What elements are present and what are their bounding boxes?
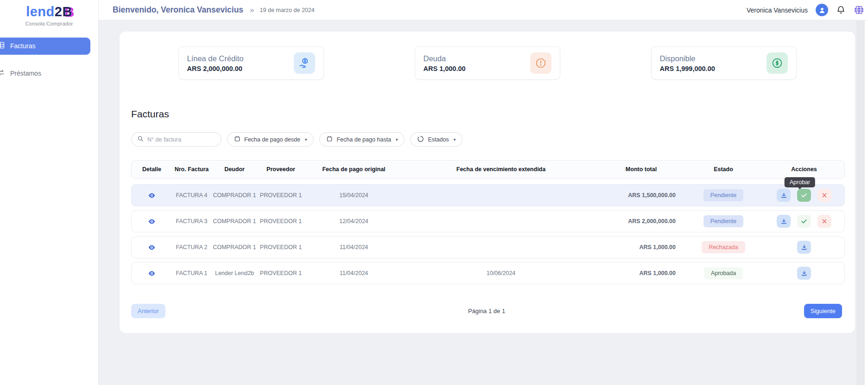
view-detail-button[interactable] xyxy=(148,218,156,225)
cell-monto: ARS 1,000.00 xyxy=(598,270,684,276)
stat-card-linea-credito: Línea de Crédito ARS 2,000,000.00 xyxy=(178,46,324,80)
cell-proveedor: PROVEEDOR 1 xyxy=(258,218,304,225)
cell-monto: ARS 1,500,000.00 xyxy=(598,192,684,199)
table-row-factura-1[interactable]: FACTURA 1 Lender Lend2b PROVEEDOR 1 11/0… xyxy=(131,262,845,284)
table-row-factura-2[interactable]: FACTURA 2 COMPRADOR 1 PROVEEDOR 1 11/04/… xyxy=(131,236,845,258)
cell-nro-factura: FACTURA 3 xyxy=(172,218,211,225)
download-button[interactable] xyxy=(797,241,811,254)
column-header: Nro. Factura xyxy=(172,166,211,173)
reject-button[interactable] xyxy=(817,189,831,202)
stat-value: ARS 1,000.00 xyxy=(424,65,466,72)
eye-icon xyxy=(148,218,156,225)
approve-button[interactable] xyxy=(797,189,811,202)
logo: lend2B Consola Comprador xyxy=(0,0,98,26)
download-button[interactable] xyxy=(777,215,791,228)
stat-label: Deuda xyxy=(424,54,466,63)
header-right: Veronica Vansevicius xyxy=(747,4,864,16)
check-icon xyxy=(801,218,807,225)
sidebar-nav: Facturas Préstamos xyxy=(0,38,98,82)
stat-value: ARS 2,000,000.00 xyxy=(187,65,244,72)
cell-fecha-ext: 10/06/2024 xyxy=(404,270,598,276)
filter-label: Fecha de pago desde xyxy=(244,136,300,143)
language-globe-icon[interactable] xyxy=(854,5,864,15)
stat-label: Disponible xyxy=(660,54,715,63)
x-icon xyxy=(822,218,827,224)
brand-logo: lend2B xyxy=(0,5,98,19)
stat-card-deuda: Deuda ARS 1,000.00 xyxy=(415,46,560,80)
column-header: Estado xyxy=(684,166,763,173)
filter-fecha-hasta-button[interactable]: Fecha de pago hasta ▾ xyxy=(319,132,405,147)
download-button[interactable] xyxy=(797,267,811,280)
table-row-factura-3[interactable]: FACTURA 3 COMPRADOR 1 PROVEEDOR 1 12/04/… xyxy=(131,210,845,232)
column-header: Acciones xyxy=(763,166,845,173)
stat-value: ARS 1,999,000.00 xyxy=(660,65,715,72)
download-button[interactable] xyxy=(777,189,791,202)
top-header: Bienvenido, Veronica Vansevicius » 19 de… xyxy=(99,0,868,20)
section-title: Facturas xyxy=(131,109,169,120)
person-icon xyxy=(818,6,826,14)
stats-row: Línea de Crédito ARS 2,000,000.00 Deuda … xyxy=(120,46,855,80)
cell-fecha-pago: 11/04/2024 xyxy=(304,244,404,250)
filter-fecha-desde-button[interactable]: Fecha de pago desde ▾ xyxy=(227,132,314,147)
filters-row: Fecha de pago desde ▾ Fecha de pago hast… xyxy=(131,132,463,147)
logo-2: 2 xyxy=(55,4,63,19)
eye-icon xyxy=(148,192,156,199)
filter-label: Fecha de pago hasta xyxy=(336,136,391,143)
loader-circle-icon xyxy=(417,135,424,144)
app-screen: lend2B Consola Comprador Facturas Présta… xyxy=(0,0,868,385)
cell-nro-factura: FACTURA 4 xyxy=(172,192,211,199)
table-row-factura-4[interactable]: FACTURA 4 COMPRADOR 1 PROVEEDOR 1 15/04/… xyxy=(131,184,845,206)
aprobar-tooltip: Aprobar xyxy=(785,177,815,187)
view-detail-button[interactable] xyxy=(148,244,156,251)
filter-estados-button[interactable]: Estados ▾ xyxy=(410,132,463,147)
column-header: Fecha de vencimiento extendida xyxy=(404,166,598,173)
cell-deudor: COMPRADOR 1 xyxy=(211,192,258,199)
calendar-icon xyxy=(326,135,333,143)
sidebar-item-prestamos[interactable]: Préstamos xyxy=(0,65,90,82)
chevron-down-icon: ▾ xyxy=(454,137,456,142)
approve-button[interactable] xyxy=(797,215,811,228)
download-icon xyxy=(801,270,808,277)
user-avatar[interactable] xyxy=(816,4,828,16)
sidebar-item-label: Facturas xyxy=(10,42,35,50)
eye-icon xyxy=(148,270,156,277)
cell-monto: ARS 1,000.00 xyxy=(598,244,684,250)
column-header: Deudor xyxy=(211,166,258,173)
invoice-search-field[interactable] xyxy=(131,132,222,147)
reject-button[interactable] xyxy=(817,215,831,228)
stat-card-disponible: Disponible ARS 1,999,000.00 xyxy=(651,46,797,80)
next-page-button[interactable]: Siguiente xyxy=(804,304,842,318)
view-detail-button[interactable] xyxy=(148,270,156,277)
notifications-bell-icon[interactable] xyxy=(836,5,846,15)
search-input[interactable] xyxy=(147,136,215,143)
eye-icon xyxy=(148,244,156,251)
status-badge: Rechazada xyxy=(702,241,745,253)
coin-dollar-icon xyxy=(767,52,788,74)
cell-deudor: Lender Lend2b xyxy=(211,270,258,276)
cell-deudor: COMPRADOR 1 xyxy=(211,244,258,250)
column-header: Detalle xyxy=(132,166,172,173)
welcome-title: Bienvenido, Veronica Vansevicius xyxy=(113,5,243,15)
download-icon xyxy=(780,218,787,225)
calendar-icon xyxy=(234,135,241,143)
cell-nro-factura: FACTURA 1 xyxy=(172,270,211,276)
column-header: Monto total xyxy=(598,166,684,173)
sidebar-item-label: Préstamos xyxy=(10,70,41,77)
status-badge: Aprobada xyxy=(704,267,743,279)
transfer-arrows-icon xyxy=(0,69,5,78)
vertical-scrollbar[interactable] xyxy=(856,20,865,385)
search-icon xyxy=(137,135,144,144)
table-header-row: Detalle Nro. Factura Deudor Proveedor Fe… xyxy=(131,160,845,179)
header-date: 19 de marzo de 2024 xyxy=(260,7,315,13)
stat-label: Línea de Crédito xyxy=(187,54,244,63)
sidebar-item-facturas[interactable]: Facturas xyxy=(0,38,90,55)
chevron-down-icon: ▾ xyxy=(305,137,307,142)
cell-monto: ARS 2,000,000.00 xyxy=(598,218,684,225)
scrollbar-gutter xyxy=(865,20,868,385)
check-icon xyxy=(801,192,807,199)
cell-fecha-pago: 11/04/2024 xyxy=(304,270,404,276)
logo-lend: lend xyxy=(26,4,55,19)
cell-fecha-pago: 12/04/2024 xyxy=(304,218,404,225)
invoices-table: Detalle Nro. Factura Deudor Proveedor Fe… xyxy=(131,160,845,284)
view-detail-button[interactable] xyxy=(148,192,156,199)
